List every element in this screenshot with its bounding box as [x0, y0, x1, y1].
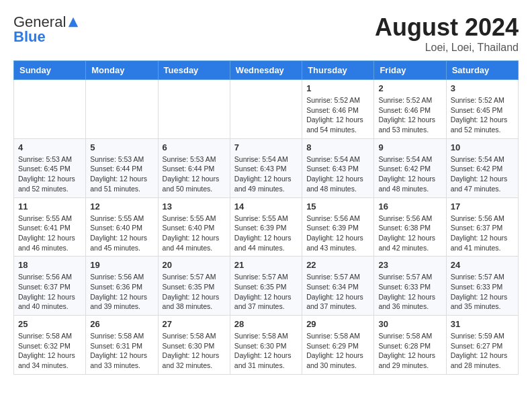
calendar-cell: 29Sunrise: 5:58 AM Sunset: 6:29 PM Dayli…: [302, 316, 374, 375]
calendar-cell: 4Sunrise: 5:53 AM Sunset: 6:45 PM Daylig…: [14, 138, 86, 197]
calendar-week-row: 11Sunrise: 5:55 AM Sunset: 6:41 PM Dayli…: [14, 197, 519, 257]
day-number: 6: [163, 142, 226, 152]
calendar-cell: [230, 80, 302, 139]
day-number: 25: [18, 319, 81, 329]
calendar-day-header: Sunday: [14, 61, 86, 80]
calendar-cell: 15Sunrise: 5:56 AM Sunset: 6:39 PM Dayli…: [302, 197, 374, 257]
day-info: Sunrise: 5:52 AM Sunset: 6:46 PM Dayligh…: [306, 95, 369, 135]
calendar-cell: 7Sunrise: 5:54 AM Sunset: 6:43 PM Daylig…: [230, 138, 302, 197]
day-info: Sunrise: 5:55 AM Sunset: 6:40 PM Dayligh…: [163, 214, 226, 253]
calendar-cell: 17Sunrise: 5:56 AM Sunset: 6:37 PM Dayli…: [446, 197, 518, 257]
calendar-cell: 24Sunrise: 5:57 AM Sunset: 6:33 PM Dayli…: [446, 257, 518, 316]
calendar-cell: 2Sunrise: 5:52 AM Sunset: 6:46 PM Daylig…: [374, 80, 446, 139]
calendar-cell: 13Sunrise: 5:55 AM Sunset: 6:40 PM Dayli…: [158, 197, 230, 257]
month-year: August 2024: [375, 13, 519, 42]
calendar-cell: 25Sunrise: 5:58 AM Sunset: 6:32 PM Dayli…: [14, 316, 86, 375]
calendar-cell: 18Sunrise: 5:56 AM Sunset: 6:37 PM Dayli…: [14, 257, 86, 316]
day-info: Sunrise: 5:57 AM Sunset: 6:35 PM Dayligh…: [163, 272, 226, 312]
calendar-cell: [86, 80, 158, 139]
day-number: 9: [378, 142, 441, 152]
logo-icon: [67, 16, 79, 28]
day-number: 5: [90, 142, 153, 152]
day-info: Sunrise: 5:56 AM Sunset: 6:39 PM Dayligh…: [306, 214, 369, 253]
calendar-cell: 6Sunrise: 5:53 AM Sunset: 6:44 PM Daylig…: [158, 138, 230, 197]
day-info: Sunrise: 5:57 AM Sunset: 6:33 PM Dayligh…: [378, 272, 441, 312]
calendar-cell: [14, 80, 86, 139]
calendar-cell: 28Sunrise: 5:58 AM Sunset: 6:30 PM Dayli…: [230, 316, 302, 375]
day-number: 11: [18, 201, 81, 212]
calendar-cell: 20Sunrise: 5:57 AM Sunset: 6:35 PM Dayli…: [158, 257, 230, 316]
logo: General Blue: [13, 13, 79, 46]
day-info: Sunrise: 5:58 AM Sunset: 6:31 PM Dayligh…: [90, 331, 153, 371]
day-number: 30: [378, 319, 441, 329]
calendar-cell: 22Sunrise: 5:57 AM Sunset: 6:34 PM Dayli…: [302, 257, 374, 316]
calendar-day-header: Tuesday: [158, 61, 230, 80]
calendar-week-row: 4Sunrise: 5:53 AM Sunset: 6:45 PM Daylig…: [14, 138, 519, 197]
day-number: 12: [90, 201, 153, 212]
calendar-day-header: Monday: [86, 61, 158, 80]
day-info: Sunrise: 5:57 AM Sunset: 6:34 PM Dayligh…: [306, 272, 369, 312]
logo-blue-text: Blue: [13, 28, 46, 46]
calendar-table: SundayMondayTuesdayWednesdayThursdayFrid…: [13, 60, 519, 375]
day-number: 15: [306, 201, 369, 212]
day-info: Sunrise: 5:57 AM Sunset: 6:33 PM Dayligh…: [451, 272, 514, 312]
calendar-day-header: Friday: [374, 61, 446, 80]
day-number: 17: [451, 201, 514, 212]
calendar-cell: 21Sunrise: 5:57 AM Sunset: 6:35 PM Dayli…: [230, 257, 302, 316]
day-number: 2: [378, 83, 441, 93]
calendar-cell: 9Sunrise: 5:54 AM Sunset: 6:42 PM Daylig…: [374, 138, 446, 197]
calendar-cell: [158, 80, 230, 139]
calendar-day-header: Wednesday: [230, 61, 302, 80]
day-number: 26: [90, 319, 153, 329]
day-info: Sunrise: 5:58 AM Sunset: 6:29 PM Dayligh…: [306, 331, 369, 371]
calendar-week-row: 1Sunrise: 5:52 AM Sunset: 6:46 PM Daylig…: [14, 80, 519, 139]
day-number: 4: [18, 142, 81, 152]
day-number: 18: [18, 260, 81, 270]
day-number: 10: [451, 142, 514, 152]
calendar-cell: 5Sunrise: 5:53 AM Sunset: 6:44 PM Daylig…: [86, 138, 158, 197]
day-info: Sunrise: 5:54 AM Sunset: 6:42 PM Dayligh…: [451, 154, 514, 194]
day-info: Sunrise: 5:58 AM Sunset: 6:30 PM Dayligh…: [163, 331, 226, 371]
day-info: Sunrise: 5:56 AM Sunset: 6:37 PM Dayligh…: [18, 272, 81, 312]
day-info: Sunrise: 5:53 AM Sunset: 6:44 PM Dayligh…: [90, 154, 153, 194]
day-info: Sunrise: 5:53 AM Sunset: 6:45 PM Dayligh…: [18, 154, 81, 194]
day-info: Sunrise: 5:58 AM Sunset: 6:28 PM Dayligh…: [378, 331, 441, 371]
calendar-cell: 26Sunrise: 5:58 AM Sunset: 6:31 PM Dayli…: [86, 316, 158, 375]
calendar-cell: 16Sunrise: 5:56 AM Sunset: 6:38 PM Dayli…: [374, 197, 446, 257]
calendar-cell: 30Sunrise: 5:58 AM Sunset: 6:28 PM Dayli…: [374, 316, 446, 375]
day-number: 3: [451, 83, 514, 93]
calendar-cell: 10Sunrise: 5:54 AM Sunset: 6:42 PM Dayli…: [446, 138, 518, 197]
day-info: Sunrise: 5:55 AM Sunset: 6:40 PM Dayligh…: [90, 214, 153, 253]
day-number: 28: [234, 319, 298, 329]
calendar-header-row: SundayMondayTuesdayWednesdayThursdayFrid…: [14, 61, 519, 80]
day-number: 22: [306, 260, 369, 270]
day-info: Sunrise: 5:54 AM Sunset: 6:42 PM Dayligh…: [378, 154, 441, 194]
calendar-cell: 3Sunrise: 5:52 AM Sunset: 6:45 PM Daylig…: [446, 80, 518, 139]
day-info: Sunrise: 5:56 AM Sunset: 6:36 PM Dayligh…: [90, 272, 153, 312]
day-info: Sunrise: 5:57 AM Sunset: 6:35 PM Dayligh…: [234, 272, 298, 312]
day-number: 8: [306, 142, 369, 152]
day-info: Sunrise: 5:59 AM Sunset: 6:27 PM Dayligh…: [451, 331, 514, 371]
day-info: Sunrise: 5:56 AM Sunset: 6:38 PM Dayligh…: [378, 214, 441, 253]
day-info: Sunrise: 5:56 AM Sunset: 6:37 PM Dayligh…: [451, 214, 514, 253]
day-info: Sunrise: 5:52 AM Sunset: 6:46 PM Dayligh…: [378, 95, 441, 135]
day-number: 23: [378, 260, 441, 270]
day-number: 20: [163, 260, 226, 270]
day-info: Sunrise: 5:58 AM Sunset: 6:30 PM Dayligh…: [234, 331, 298, 371]
calendar-cell: 11Sunrise: 5:55 AM Sunset: 6:41 PM Dayli…: [14, 197, 86, 257]
calendar-cell: 27Sunrise: 5:58 AM Sunset: 6:30 PM Dayli…: [158, 316, 230, 375]
day-number: 29: [306, 319, 369, 329]
calendar-day-header: Thursday: [302, 61, 374, 80]
calendar-cell: 14Sunrise: 5:55 AM Sunset: 6:39 PM Dayli…: [230, 197, 302, 257]
calendar-cell: 19Sunrise: 5:56 AM Sunset: 6:36 PM Dayli…: [86, 257, 158, 316]
day-number: 14: [234, 201, 298, 212]
calendar-cell: 31Sunrise: 5:59 AM Sunset: 6:27 PM Dayli…: [446, 316, 518, 375]
day-info: Sunrise: 5:54 AM Sunset: 6:43 PM Dayligh…: [306, 154, 369, 194]
location: Loei, Loei, Thailand: [375, 42, 519, 54]
day-number: 24: [451, 260, 514, 270]
calendar-week-row: 18Sunrise: 5:56 AM Sunset: 6:37 PM Dayli…: [14, 257, 519, 316]
calendar-day-header: Saturday: [446, 61, 518, 80]
day-number: 21: [234, 260, 298, 270]
day-info: Sunrise: 5:55 AM Sunset: 6:39 PM Dayligh…: [234, 214, 298, 253]
page-header: General Blue August 2024 Loei, Loei, Tha…: [13, 13, 519, 54]
